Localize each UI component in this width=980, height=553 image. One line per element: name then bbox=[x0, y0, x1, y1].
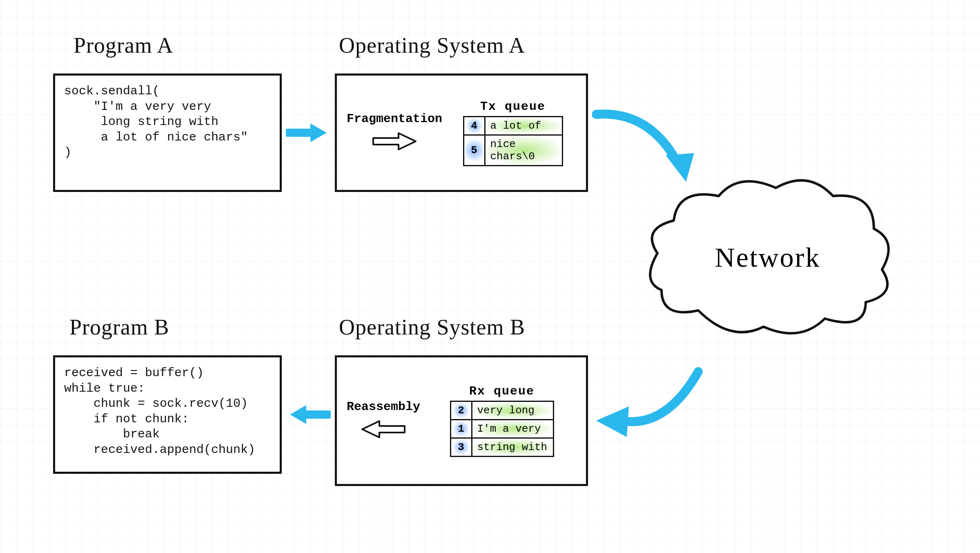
rx-queue-title: Rx queue bbox=[469, 384, 535, 398]
arrow-os-b-to-program-b bbox=[286, 400, 331, 429]
network-label: Network bbox=[715, 241, 821, 274]
tx-queue-table: 4 a lot of 5 nice chars\0 bbox=[463, 116, 563, 166]
table-row: 4 a lot of bbox=[463, 116, 562, 135]
table-row: 3 string with bbox=[450, 438, 553, 457]
tx-queue-title: Tx queue bbox=[480, 100, 546, 114]
title-os-b: Operating System B bbox=[339, 314, 525, 340]
arrow-program-a-to-os-a bbox=[286, 118, 331, 147]
table-row: 1 I'm a very bbox=[450, 420, 553, 438]
title-program-b: Program B bbox=[69, 314, 169, 340]
title-program-a: Program A bbox=[74, 33, 174, 58]
rx-queue-table: 2 very long 1 I'm a very 3 string with bbox=[450, 401, 554, 457]
program-b-box: received = buffer() while true: chunk = … bbox=[53, 355, 282, 474]
reassembly-arrow-icon bbox=[359, 417, 408, 442]
program-b-code: received = buffer() while true: chunk = … bbox=[64, 366, 271, 457]
os-b-label: Reassembly bbox=[347, 400, 420, 414]
os-b-box: Reassembly Rx queue 2 very long 1 I'm a … bbox=[335, 355, 588, 486]
os-a-label: Fragmentation bbox=[347, 112, 442, 126]
arrow-network-to-os-b bbox=[592, 359, 706, 449]
title-os-a: Operating System A bbox=[339, 33, 525, 58]
table-row: 2 very long bbox=[450, 401, 553, 420]
network-cloud: Network bbox=[637, 172, 898, 343]
arrow-os-a-to-network bbox=[592, 102, 698, 192]
os-a-box: Fragmentation Tx queue 4 a lot of 5 nice… bbox=[335, 74, 588, 192]
program-a-code: sock.sendall( "I'm a very very long stri… bbox=[64, 84, 271, 161]
program-a-box: sock.sendall( "I'm a very very long stri… bbox=[53, 74, 282, 192]
fragmentation-arrow-icon bbox=[370, 129, 419, 154]
table-row: 5 nice chars\0 bbox=[463, 135, 562, 165]
